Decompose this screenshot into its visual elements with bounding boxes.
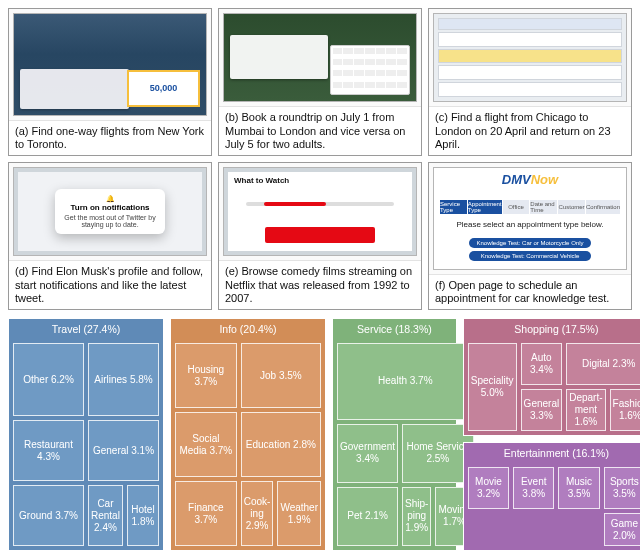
tm-cell: Government 3.4% [337, 424, 398, 483]
thumb-d-twitter: 🔔 Turn on notifications Get the most out… [13, 167, 207, 256]
dmv-logo: DMVNow [434, 172, 626, 187]
step-date-time[interactable]: Date and Time [530, 200, 557, 214]
tm-cell: Hotel 1.8% [127, 485, 159, 546]
tm-cell: Weather 1.9% [277, 481, 321, 546]
panel-c: (c) Find a flight from Chicago to London… [428, 8, 632, 156]
thumb-e-netflix: What to Watch [223, 167, 417, 256]
caption-a: (a) Find one-way flights from New York t… [9, 120, 211, 156]
example-grid-top: 50,000 (a) Find one-way flights from New… [8, 8, 632, 156]
treemap-title: Entertainment (16.1%) [464, 443, 640, 463]
panel-f: DMVNow Service Type Appointment Type Off… [428, 162, 632, 310]
tm-cell: Pet 2.1% [337, 487, 398, 546]
treemap-shopping: Shopping (17.5%) Speciality 5.0% Auto 3.… [463, 318, 640, 436]
tm-cell: Health 3.7% [337, 343, 474, 420]
treemap-service: Service (18.3%) Health 3.7% Government 3… [332, 318, 457, 550]
tm-cell: Job 3.5% [241, 343, 321, 408]
panel-d: 🔔 Turn on notifications Get the most out… [8, 162, 212, 310]
step-appointment-type[interactable]: Appointment Type [468, 200, 502, 214]
step-customer[interactable]: Customer [558, 200, 585, 214]
treemap-title: Shopping (17.5%) [464, 319, 640, 339]
tm-cell: Finance 3.7% [175, 481, 237, 546]
caption-c: (c) Find a flight from Chicago to London… [429, 106, 631, 155]
step-confirmation[interactable]: Confirmation [586, 200, 620, 214]
treemap-title: Info (20.4%) [171, 319, 325, 339]
panel-b: (b) Book a roundtrip on July 1 from Mumb… [218, 8, 422, 156]
caption-e: (e) Browse comedy films streaming on Net… [219, 260, 421, 309]
tm-cell: Fashion 1.6% [610, 389, 640, 431]
calendar-picker[interactable] [330, 45, 410, 95]
appt-type-commercial[interactable]: Knowledge Test: Commercial Vehicle [469, 251, 592, 261]
tm-cell: Ship-ping 1.9% [402, 487, 431, 546]
caption-f: (f) Open page to schedule an appointment… [429, 274, 631, 310]
tm-cell: Music 3.5% [558, 467, 599, 509]
tm-cell: Auto 3.4% [521, 343, 563, 385]
tm-cell: Airlines 5.8% [88, 343, 159, 416]
flight-search-box[interactable] [230, 35, 328, 79]
caption-b: (b) Book a roundtrip on July 1 from Mumb… [219, 106, 421, 155]
tm-cell: Sports 3.5% [604, 467, 640, 509]
modal-body: Get the most out of Twitter by staying u… [59, 214, 161, 228]
result-row[interactable] [438, 32, 622, 47]
notification-modal[interactable]: 🔔 Turn on notifications Get the most out… [55, 189, 165, 233]
treemap-travel: Travel (27.4%) Other 6.2% Airlines 5.8% … [8, 318, 164, 550]
thumb-f-dmv: DMVNow Service Type Appointment Type Off… [433, 167, 627, 270]
thumb-b-united [223, 13, 417, 102]
result-header-row [438, 18, 622, 30]
tm-cell: Digital 2.3% [566, 343, 640, 385]
tm-cell: Depart-ment 1.6% [566, 389, 605, 431]
treemap-title: Service (18.3%) [333, 319, 456, 339]
tm-cell: Education 2.8% [241, 412, 321, 477]
page-heading: What to Watch [234, 176, 289, 185]
tm-cell: Car Rental 2.4% [88, 485, 123, 546]
tm-cell: Movie 3.2% [468, 467, 509, 509]
step-service-type[interactable]: Service Type [440, 200, 467, 214]
tm-cell: Ground 3.7% [13, 485, 84, 546]
tm-cell: General 3.3% [521, 389, 563, 431]
example-grid-bottom: 🔔 Turn on notifications Get the most out… [8, 162, 632, 310]
tm-cell: Game 2.0% [604, 513, 640, 546]
modal-title: Turn on notifications [71, 203, 150, 212]
treemap-entertainment: Entertainment (16.1%) Event 3.8% Music 3… [463, 442, 640, 550]
flight-search-box[interactable] [20, 69, 129, 109]
tm-cell: Social Media 3.7% [175, 412, 237, 477]
result-row[interactable] [438, 65, 622, 80]
result-row[interactable] [438, 82, 622, 97]
tm-cell: Other 6.2% [13, 343, 84, 416]
step-office[interactable]: Office [503, 200, 530, 214]
treemap-title: Travel (27.4%) [9, 319, 163, 339]
tm-cell: Speciality 5.0% [468, 343, 517, 431]
thumb-a-united: 50,000 [13, 13, 207, 116]
tm-cell: Cook-ing 2.9% [241, 481, 274, 546]
bell-icon: 🔔 [106, 195, 115, 203]
apply-filters-button[interactable] [265, 227, 375, 243]
prompt-text: Please select an appointment type below. [434, 220, 626, 229]
result-row-selected[interactable] [438, 49, 622, 64]
treemap-info: Info (20.4%) Housing 3.7% Job 3.5% Socia… [170, 318, 326, 550]
tm-cell: Housing 3.7% [175, 343, 237, 408]
tm-cell: Event 3.8% [513, 467, 554, 509]
tm-cell: Restaurant 4.3% [13, 420, 84, 481]
year-slider[interactable] [246, 202, 393, 206]
appt-type-car-knowledge-test[interactable]: Knowledge Test: Car or Motorcycle Only [469, 238, 592, 248]
stepper: Service Type Appointment Type Office Dat… [440, 200, 620, 214]
panel-e: What to Watch (e) Browse comedy films st… [218, 162, 422, 310]
caption-d: (d) Find Elon Musk's profile and follow,… [9, 260, 211, 309]
thumb-c-flight-results [433, 13, 627, 102]
domain-treemap: Travel (27.4%) Other 6.2% Airlines 5.8% … [8, 318, 632, 550]
promo-ad: 50,000 [127, 70, 200, 106]
panel-a: 50,000 (a) Find one-way flights from New… [8, 8, 212, 156]
tm-cell: General 3.1% [88, 420, 159, 481]
